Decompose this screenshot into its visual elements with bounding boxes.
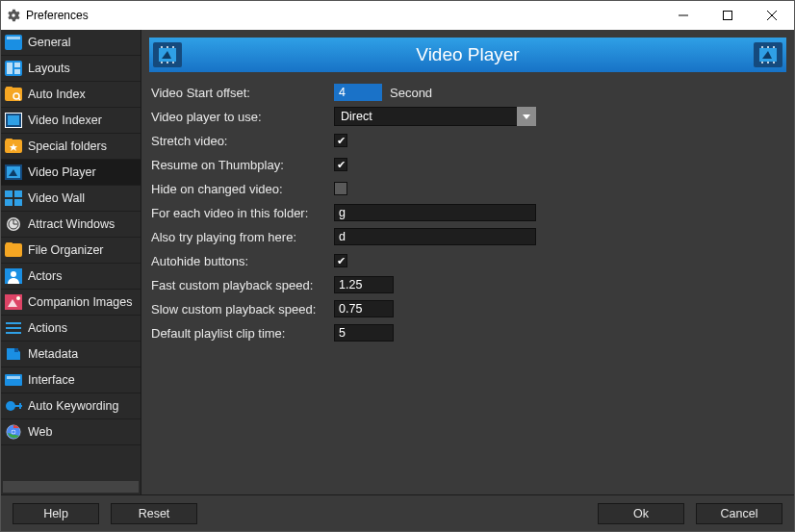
label-default-clip-time: Default playlist clip time: [151, 326, 334, 341]
fileorganizer-icon [5, 241, 22, 259]
svg-point-59 [172, 62, 174, 63]
sidebar-spacer [1, 445, 141, 481]
checkbox-autohide-buttons[interactable]: ✔ [334, 254, 347, 267]
specialfolders-icon [5, 138, 22, 155]
sidebar-item-special-folders[interactable]: Special folders [1, 134, 141, 160]
checkbox-stretch-video[interactable]: ✔ [334, 134, 347, 147]
actors-icon [5, 267, 22, 285]
autoindex-icon [5, 86, 22, 103]
svg-point-64 [767, 46, 769, 48]
videowall-icon [5, 190, 22, 207]
row-for-each-video: For each video in this folder: g [151, 202, 784, 223]
svg-point-68 [773, 62, 775, 63]
metadata-icon [5, 345, 22, 363]
label-also-try-playing: Also try playing from here: [151, 230, 334, 244]
suffix-video-start-offset: Second [390, 86, 432, 100]
panel-title: Video Player [416, 44, 519, 65]
svg-point-55 [167, 46, 168, 48]
row-default-clip-time: Default playlist clip time: 5 [151, 322, 784, 343]
video-player-icon [754, 42, 782, 67]
sidebar-item-video-player[interactable]: Video Player [1, 160, 141, 186]
sidebar-item-label: Video Wall [28, 191, 85, 205]
row-fast-speed: Fast custom playback speed: 1.25 [151, 274, 784, 295]
minimize-button[interactable] [661, 1, 705, 30]
svg-rect-31 [5, 243, 22, 257]
interface-icon [5, 371, 22, 389]
svg-point-63 [761, 46, 763, 48]
sidebar-item-attract-windows[interactable]: Attract Windows [1, 212, 141, 238]
sidebar-item-label: General [28, 36, 70, 49]
gear-icon [7, 9, 20, 22]
sidebar-item-layouts[interactable]: Layouts [1, 56, 141, 82]
input-video-start-offset[interactable]: 4 [334, 84, 382, 101]
autokeywording-icon [5, 397, 22, 415]
input-slow-speed[interactable]: 0.75 [334, 300, 394, 317]
sidebar-item-video-indexer[interactable]: Video Indexer [1, 108, 141, 134]
sidebar-item-actions[interactable]: Actions [1, 316, 141, 342]
sidebar-item-label: Metadata [28, 347, 78, 361]
svg-point-58 [167, 62, 168, 63]
sidebar-scroll-stub[interactable] [3, 481, 139, 493]
svg-point-44 [6, 401, 15, 411]
sidebar-item-auto-index[interactable]: Auto Index [1, 82, 141, 108]
videoplayer-icon [5, 164, 22, 181]
sidebar-item-label: Video Indexer [28, 114, 102, 127]
sidebar-item-label: Auto Index [28, 88, 86, 101]
row-video-player-to-use: Video player to use: Direct [151, 106, 784, 127]
svg-rect-42 [5, 374, 22, 386]
sidebar-item-interface[interactable]: Interface [1, 367, 141, 393]
sidebar-item-auto-keywording[interactable]: Auto Keywording [1, 393, 141, 419]
attract-icon [5, 215, 22, 233]
input-also-try-playing[interactable]: d [334, 228, 536, 245]
ok-button[interactable]: Ok [598, 503, 684, 524]
checkbox-resume-thumbplay[interactable]: ✔ [334, 158, 347, 171]
checkbox-hide-changed[interactable] [334, 182, 347, 195]
sidebar-item-actors[interactable]: Actors [1, 264, 141, 290]
svg-point-66 [761, 62, 763, 63]
row-also-try-playing: Also try playing from here: d [151, 226, 784, 247]
sidebar-item-label: Layouts [28, 62, 70, 75]
sidebar-item-label: Auto Keywording [28, 399, 119, 413]
preferences-window: Preferences GeneralLayoutsAuto IndexVide… [0, 0, 795, 532]
label-hide-changed: Hide on changed video: [151, 182, 334, 196]
svg-rect-32 [6, 242, 13, 245]
label-fast-speed: Fast custom playback speed: [151, 278, 334, 292]
row-autohide-buttons: Autohide buttons: ✔ [151, 250, 784, 271]
sidebar: GeneralLayoutsAuto IndexVideo IndexerSpe… [1, 30, 141, 494]
input-fast-speed[interactable]: 1.25 [334, 276, 394, 293]
sidebar-item-web[interactable]: Web [1, 419, 141, 445]
general-icon [5, 34, 22, 51]
row-video-start-offset: Video Start offset: 4 Second [151, 82, 784, 103]
cancel-button[interactable]: Cancel [696, 503, 782, 524]
input-for-each-video[interactable]: g [334, 204, 536, 221]
input-default-clip-time[interactable]: 5 [334, 324, 394, 342]
sidebar-item-companion-images[interactable]: Companion Images [1, 290, 141, 316]
sidebar-item-general[interactable]: General [1, 30, 141, 56]
window-controls [661, 1, 794, 30]
sidebar-item-label: Interface [28, 373, 75, 387]
sidebar-item-file-organizer[interactable]: File Organizer [1, 238, 141, 264]
videoindexer-icon [5, 112, 22, 129]
svg-rect-11 [6, 87, 13, 89]
main-panel: Video Player Video Start offset: 4 Secon… [141, 30, 794, 494]
sidebar-item-metadata[interactable]: Metadata [1, 342, 141, 367]
select-video-player[interactable]: Direct [334, 107, 536, 126]
svg-point-34 [11, 271, 16, 277]
sidebar-item-video-wall[interactable]: Video Wall [1, 186, 141, 212]
svg-rect-5 [7, 37, 20, 39]
svg-point-56 [172, 46, 174, 48]
reset-button[interactable]: Reset [111, 503, 197, 524]
svg-rect-23 [5, 190, 13, 197]
label-resume-thumbplay: Resume on Thumbplay: [151, 158, 334, 172]
actions-icon [5, 319, 22, 337]
maximize-button[interactable] [705, 1, 750, 30]
close-button[interactable] [750, 1, 794, 30]
svg-rect-24 [14, 190, 22, 197]
svg-rect-41 [14, 348, 18, 352]
row-resume-thumbplay: Resume on Thumbplay: ✔ [151, 154, 784, 175]
svg-rect-7 [7, 63, 13, 74]
svg-rect-1 [724, 12, 732, 20]
svg-point-37 [16, 296, 20, 300]
label-stretch-video: Stretch video: [151, 134, 334, 148]
help-button[interactable]: Help [13, 503, 99, 524]
